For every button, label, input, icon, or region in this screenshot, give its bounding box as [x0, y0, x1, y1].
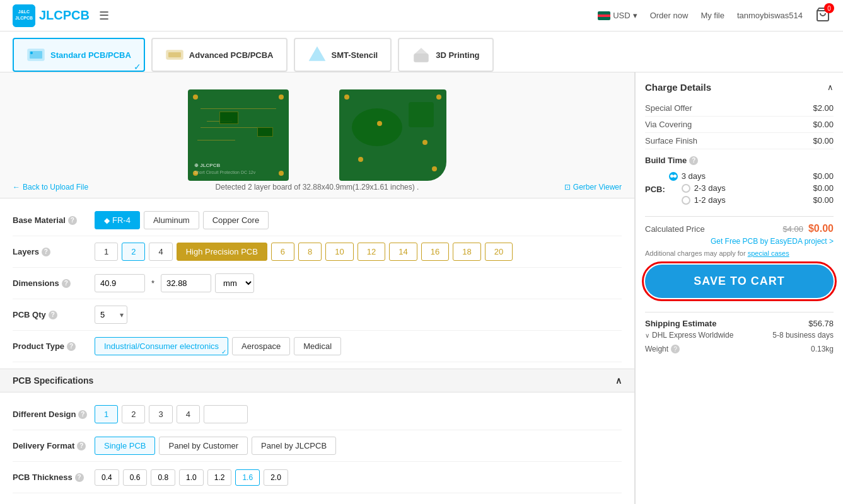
design-1-btn[interactable]: 1: [95, 405, 118, 423]
delivery-panel-customer-btn[interactable]: Panel by Customer: [159, 437, 248, 455]
surface-finish-label: Surface Finish: [645, 136, 697, 146]
design-4-btn[interactable]: 4: [177, 405, 200, 423]
tab-smt[interactable]: SMT-Stencil: [294, 38, 392, 72]
layer-18-btn[interactable]: 18: [453, 243, 480, 261]
right-panel: Charge Details ∧ Special Offer $2.00 Via…: [635, 72, 843, 504]
gerber-viewer-link[interactable]: ⊡ Gerber Viewer: [564, 183, 622, 192]
delivery-format-help[interactable]: ?: [77, 442, 86, 450]
delivery-panel-jlcpcb-btn[interactable]: Panel by JLCPCB: [252, 437, 336, 455]
advanced-tab-icon: [165, 45, 184, 64]
tab-standard-label: Standard PCB/PCBA: [50, 50, 131, 60]
base-material-help[interactable]: ?: [68, 216, 77, 225]
my-file-link[interactable]: My file: [701, 11, 724, 20]
product-aerospace-btn[interactable]: Aerospace: [232, 337, 290, 355]
shipping-weight-value: 0.13kg: [811, 345, 834, 353]
charge-collapse-icon[interactable]: ∧: [827, 83, 834, 92]
thickness-08-btn[interactable]: 0.8: [151, 469, 175, 486]
design-2-btn[interactable]: 2: [122, 405, 145, 423]
build-23days-option[interactable]: 2-3 days $0.00: [682, 183, 834, 193]
layer-14-btn[interactable]: 14: [389, 243, 417, 261]
via-covering-value: $0.00: [813, 120, 834, 129]
shipping-chevron-icon[interactable]: ∨: [645, 332, 649, 339]
different-design-help[interactable]: ?: [78, 410, 87, 419]
pcb-qty-help[interactable]: ?: [49, 311, 57, 319]
shipping-weight-row: Weight ? 0.13kg: [645, 342, 834, 356]
base-material-label: Base Material ?: [13, 215, 95, 225]
thickness-10-btn[interactable]: 1.0: [179, 469, 204, 486]
standard-tab-icon: [26, 45, 45, 64]
pcb-qty-select[interactable]: 5 10 15 20 25 30 50 100: [95, 306, 127, 324]
order-now-link[interactable]: Order now: [650, 11, 689, 20]
layer-2-btn[interactable]: 2: [122, 243, 145, 261]
dimensions-help[interactable]: ?: [62, 279, 71, 288]
pcb-preview: ⊕ JLCPCB Short Circuit Protection DC 12v…: [0, 72, 634, 198]
material-fr4-btn[interactable]: ◆ FR-4: [95, 211, 140, 229]
build-3days-option[interactable]: 3 days $0.00: [669, 171, 834, 181]
pcb-qty-label: PCB Qty ?: [13, 310, 95, 319]
unit-select[interactable]: mm inch: [215, 273, 254, 293]
build-23days-price: $0.00: [813, 183, 834, 193]
layer-high-precision-btn[interactable]: High Precision PCB: [177, 243, 267, 261]
thickness-06-btn[interactable]: 0.6: [123, 469, 148, 486]
calculated-price-label: Calculated Price: [645, 224, 705, 234]
dimension-width-input[interactable]: [95, 274, 145, 292]
back-to-upload-link[interactable]: ← Back to Upload File: [13, 183, 88, 192]
shipping-weight-help[interactable]: ?: [671, 345, 680, 353]
pcb-circle: [352, 108, 402, 146]
base-material-options: ◆ FR-4 Aluminum Copper Core: [95, 211, 269, 229]
layer-20-btn[interactable]: 20: [485, 243, 513, 261]
thickness-12-btn[interactable]: 1.2: [207, 469, 232, 486]
thickness-16-btn[interactable]: 1.6: [235, 469, 260, 486]
shipping-weight: Weight ?: [645, 345, 680, 353]
radio-inner: [670, 175, 673, 178]
product-industrial-btn[interactable]: Industrial/Consumer electronics: [95, 337, 228, 355]
additional-note: Additional charges may apply for special…: [645, 249, 834, 257]
layer-10-btn[interactable]: 10: [325, 243, 353, 261]
back-arrow-icon: ←: [13, 183, 20, 192]
layer-4-btn[interactable]: 4: [149, 243, 172, 261]
thickness-04-btn[interactable]: 0.4: [95, 469, 119, 486]
design-custom-input[interactable]: [204, 405, 248, 423]
pcb-qty-options: 5 10 15 20 25 30 50 100: [95, 306, 127, 324]
build-time-help[interactable]: ?: [689, 156, 698, 165]
pcb-hole: [432, 166, 437, 171]
menu-icon[interactable]: ☰: [99, 9, 109, 23]
tab-advanced[interactable]: Advanced PCB/PCBA: [151, 38, 288, 72]
user-profile-link[interactable]: tanmoybiswas514: [737, 11, 803, 20]
tab-standard[interactable]: Standard PCB/PCBA: [13, 38, 145, 72]
special-cases-link[interactable]: special cases: [748, 249, 789, 257]
layer-6-btn[interactable]: 6: [271, 243, 294, 261]
logo[interactable]: J&LC JLCPCB JLCPCB: [13, 4, 90, 27]
layers-help[interactable]: ?: [42, 248, 50, 256]
tab-3d-printing[interactable]: 3D Printing: [398, 38, 493, 72]
build-3days-radio[interactable]: [669, 172, 678, 181]
pcb-hole: [279, 94, 284, 100]
product-type-help[interactable]: ?: [67, 342, 76, 351]
design-3-btn[interactable]: 3: [149, 405, 172, 423]
qty-wrapper: 5 10 15 20 25 30 50 100: [95, 306, 127, 324]
dimension-height-input[interactable]: [161, 274, 211, 292]
material-aluminum-btn[interactable]: Aluminum: [144, 211, 199, 229]
product-medical-btn[interactable]: Medical: [294, 337, 341, 355]
shipping-carrier-row: ∨ DHL Express Worldwide 5-8 business day…: [645, 328, 834, 342]
build-23days-radio[interactable]: [682, 184, 690, 193]
pcb-hole: [358, 157, 363, 162]
layer-12-btn[interactable]: 12: [358, 243, 385, 261]
thickness-20-btn[interactable]: 2.0: [264, 469, 288, 486]
material-copper-btn[interactable]: Copper Core: [203, 211, 269, 229]
save-to-cart-button[interactable]: SAVE TO CART: [645, 265, 834, 298]
pcb-description: Short Circuit Protection DC 12v: [194, 170, 255, 175]
build-12days-option[interactable]: 1-2 days $0.00: [682, 195, 834, 205]
pcb-specs-header[interactable]: PCB Specifications ∧: [0, 369, 634, 392]
layer-16-btn[interactable]: 16: [421, 243, 449, 261]
cart-icon[interactable]: 0: [815, 7, 830, 24]
different-design-row: Different Design ? 1 2 3 4: [13, 399, 622, 430]
pcb-thickness-help[interactable]: ?: [75, 473, 84, 482]
free-pcb-link[interactable]: Get Free PCB by EasyEDA project >: [645, 237, 834, 246]
delivery-single-btn[interactable]: Single PCB: [95, 437, 155, 455]
pcb-hole: [436, 94, 441, 100]
build-12days-radio[interactable]: [682, 196, 690, 205]
layer-1-btn[interactable]: 1: [95, 243, 118, 261]
currency-selector[interactable]: USD ▾: [598, 11, 637, 20]
layer-8-btn[interactable]: 8: [298, 243, 322, 261]
